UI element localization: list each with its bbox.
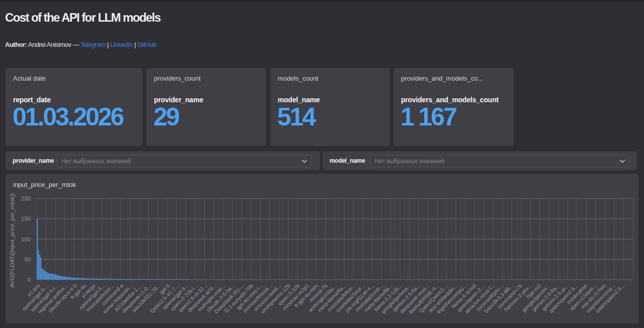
svg-text:200: 200 (21, 195, 31, 202)
svg-text:150: 150 (21, 216, 31, 222)
svg-text:AVG(FLOAT([input_price_per_mto: AVG(FLOAT([input_price_per_mtok]) (9, 193, 15, 288)
svg-text:50: 50 (24, 256, 31, 263)
svg-text:0: 0 (28, 277, 31, 283)
svg-text:100: 100 (21, 236, 31, 242)
